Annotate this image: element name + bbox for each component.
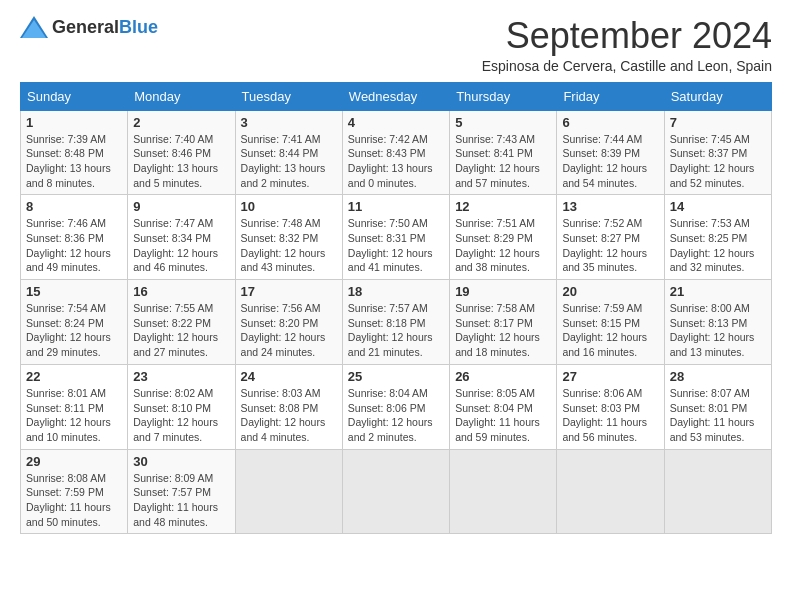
day-cell: 6 Sunrise: 7:44 AM Sunset: 8:39 PM Dayli… bbox=[557, 110, 664, 195]
header-friday: Friday bbox=[557, 82, 664, 110]
header-sunday: Sunday bbox=[21, 82, 128, 110]
page-header: GeneralBlue September 2024 Espinosa de C… bbox=[20, 16, 772, 74]
day-number: 17 bbox=[241, 284, 337, 299]
day-cell: 24 Sunrise: 8:03 AM Sunset: 8:08 PM Dayl… bbox=[235, 364, 342, 449]
day-number: 25 bbox=[348, 369, 444, 384]
day-cell: 29 Sunrise: 8:08 AM Sunset: 7:59 PM Dayl… bbox=[21, 449, 128, 534]
day-cell: 11 Sunrise: 7:50 AM Sunset: 8:31 PM Dayl… bbox=[342, 195, 449, 280]
day-info: Sunrise: 8:03 AM Sunset: 8:08 PM Dayligh… bbox=[241, 386, 337, 445]
day-info: Sunrise: 7:52 AM Sunset: 8:27 PM Dayligh… bbox=[562, 216, 658, 275]
day-info: Sunrise: 7:47 AM Sunset: 8:34 PM Dayligh… bbox=[133, 216, 229, 275]
day-cell: 12 Sunrise: 7:51 AM Sunset: 8:29 PM Dayl… bbox=[450, 195, 557, 280]
day-number: 2 bbox=[133, 115, 229, 130]
day-cell bbox=[557, 449, 664, 534]
header-monday: Monday bbox=[128, 82, 235, 110]
day-number: 3 bbox=[241, 115, 337, 130]
day-info: Sunrise: 8:01 AM Sunset: 8:11 PM Dayligh… bbox=[26, 386, 122, 445]
day-number: 21 bbox=[670, 284, 766, 299]
header-row: SundayMondayTuesdayWednesdayThursdayFrid… bbox=[21, 82, 772, 110]
day-info: Sunrise: 7:43 AM Sunset: 8:41 PM Dayligh… bbox=[455, 132, 551, 191]
header-tuesday: Tuesday bbox=[235, 82, 342, 110]
day-info: Sunrise: 7:39 AM Sunset: 8:48 PM Dayligh… bbox=[26, 132, 122, 191]
day-cell: 17 Sunrise: 7:56 AM Sunset: 8:20 PM Dayl… bbox=[235, 280, 342, 365]
day-number: 10 bbox=[241, 199, 337, 214]
day-number: 15 bbox=[26, 284, 122, 299]
day-number: 26 bbox=[455, 369, 551, 384]
day-info: Sunrise: 8:09 AM Sunset: 7:57 PM Dayligh… bbox=[133, 471, 229, 530]
day-cell: 4 Sunrise: 7:42 AM Sunset: 8:43 PM Dayli… bbox=[342, 110, 449, 195]
day-number: 14 bbox=[670, 199, 766, 214]
day-info: Sunrise: 7:57 AM Sunset: 8:18 PM Dayligh… bbox=[348, 301, 444, 360]
day-cell: 14 Sunrise: 7:53 AM Sunset: 8:25 PM Dayl… bbox=[664, 195, 771, 280]
day-cell bbox=[342, 449, 449, 534]
day-cell: 25 Sunrise: 8:04 AM Sunset: 8:06 PM Dayl… bbox=[342, 364, 449, 449]
day-number: 4 bbox=[348, 115, 444, 130]
day-number: 1 bbox=[26, 115, 122, 130]
day-info: Sunrise: 8:04 AM Sunset: 8:06 PM Dayligh… bbox=[348, 386, 444, 445]
header-thursday: Thursday bbox=[450, 82, 557, 110]
day-number: 20 bbox=[562, 284, 658, 299]
day-number: 27 bbox=[562, 369, 658, 384]
day-cell: 8 Sunrise: 7:46 AM Sunset: 8:36 PM Dayli… bbox=[21, 195, 128, 280]
day-info: Sunrise: 7:45 AM Sunset: 8:37 PM Dayligh… bbox=[670, 132, 766, 191]
day-cell: 19 Sunrise: 7:58 AM Sunset: 8:17 PM Dayl… bbox=[450, 280, 557, 365]
logo-icon bbox=[20, 16, 48, 38]
day-info: Sunrise: 7:55 AM Sunset: 8:22 PM Dayligh… bbox=[133, 301, 229, 360]
day-number: 29 bbox=[26, 454, 122, 469]
day-number: 9 bbox=[133, 199, 229, 214]
day-cell: 28 Sunrise: 8:07 AM Sunset: 8:01 PM Dayl… bbox=[664, 364, 771, 449]
day-number: 22 bbox=[26, 369, 122, 384]
day-info: Sunrise: 8:02 AM Sunset: 8:10 PM Dayligh… bbox=[133, 386, 229, 445]
day-info: Sunrise: 7:58 AM Sunset: 8:17 PM Dayligh… bbox=[455, 301, 551, 360]
day-cell: 18 Sunrise: 7:57 AM Sunset: 8:18 PM Dayl… bbox=[342, 280, 449, 365]
day-info: Sunrise: 7:46 AM Sunset: 8:36 PM Dayligh… bbox=[26, 216, 122, 275]
title-block: September 2024 Espinosa de Cervera, Cast… bbox=[482, 16, 772, 74]
day-info: Sunrise: 7:40 AM Sunset: 8:46 PM Dayligh… bbox=[133, 132, 229, 191]
day-cell: 26 Sunrise: 8:05 AM Sunset: 8:04 PM Dayl… bbox=[450, 364, 557, 449]
week-row-2: 8 Sunrise: 7:46 AM Sunset: 8:36 PM Dayli… bbox=[21, 195, 772, 280]
day-cell bbox=[664, 449, 771, 534]
week-row-4: 22 Sunrise: 8:01 AM Sunset: 8:11 PM Dayl… bbox=[21, 364, 772, 449]
day-info: Sunrise: 7:42 AM Sunset: 8:43 PM Dayligh… bbox=[348, 132, 444, 191]
day-info: Sunrise: 8:05 AM Sunset: 8:04 PM Dayligh… bbox=[455, 386, 551, 445]
day-info: Sunrise: 8:08 AM Sunset: 7:59 PM Dayligh… bbox=[26, 471, 122, 530]
day-cell: 16 Sunrise: 7:55 AM Sunset: 8:22 PM Dayl… bbox=[128, 280, 235, 365]
day-info: Sunrise: 7:54 AM Sunset: 8:24 PM Dayligh… bbox=[26, 301, 122, 360]
day-cell: 21 Sunrise: 8:00 AM Sunset: 8:13 PM Dayl… bbox=[664, 280, 771, 365]
logo-blue: Blue bbox=[119, 17, 158, 37]
day-number: 8 bbox=[26, 199, 122, 214]
location-title: Espinosa de Cervera, Castille and Leon, … bbox=[482, 58, 772, 74]
day-number: 30 bbox=[133, 454, 229, 469]
day-number: 19 bbox=[455, 284, 551, 299]
day-info: Sunrise: 7:51 AM Sunset: 8:29 PM Dayligh… bbox=[455, 216, 551, 275]
day-cell: 22 Sunrise: 8:01 AM Sunset: 8:11 PM Dayl… bbox=[21, 364, 128, 449]
day-cell: 27 Sunrise: 8:06 AM Sunset: 8:03 PM Dayl… bbox=[557, 364, 664, 449]
day-cell: 3 Sunrise: 7:41 AM Sunset: 8:44 PM Dayli… bbox=[235, 110, 342, 195]
day-number: 16 bbox=[133, 284, 229, 299]
day-number: 12 bbox=[455, 199, 551, 214]
header-saturday: Saturday bbox=[664, 82, 771, 110]
day-info: Sunrise: 7:59 AM Sunset: 8:15 PM Dayligh… bbox=[562, 301, 658, 360]
day-cell: 7 Sunrise: 7:45 AM Sunset: 8:37 PM Dayli… bbox=[664, 110, 771, 195]
day-cell: 9 Sunrise: 7:47 AM Sunset: 8:34 PM Dayli… bbox=[128, 195, 235, 280]
day-info: Sunrise: 7:56 AM Sunset: 8:20 PM Dayligh… bbox=[241, 301, 337, 360]
day-cell: 30 Sunrise: 8:09 AM Sunset: 7:57 PM Dayl… bbox=[128, 449, 235, 534]
calendar-table: SundayMondayTuesdayWednesdayThursdayFrid… bbox=[20, 82, 772, 535]
day-number: 23 bbox=[133, 369, 229, 384]
logo: GeneralBlue bbox=[20, 16, 158, 38]
day-cell: 13 Sunrise: 7:52 AM Sunset: 8:27 PM Dayl… bbox=[557, 195, 664, 280]
day-cell bbox=[235, 449, 342, 534]
day-number: 11 bbox=[348, 199, 444, 214]
day-info: Sunrise: 7:50 AM Sunset: 8:31 PM Dayligh… bbox=[348, 216, 444, 275]
day-info: Sunrise: 7:41 AM Sunset: 8:44 PM Dayligh… bbox=[241, 132, 337, 191]
day-info: Sunrise: 7:48 AM Sunset: 8:32 PM Dayligh… bbox=[241, 216, 337, 275]
day-cell: 2 Sunrise: 7:40 AM Sunset: 8:46 PM Dayli… bbox=[128, 110, 235, 195]
day-cell: 20 Sunrise: 7:59 AM Sunset: 8:15 PM Dayl… bbox=[557, 280, 664, 365]
day-info: Sunrise: 8:07 AM Sunset: 8:01 PM Dayligh… bbox=[670, 386, 766, 445]
day-cell: 15 Sunrise: 7:54 AM Sunset: 8:24 PM Dayl… bbox=[21, 280, 128, 365]
month-title: September 2024 bbox=[482, 16, 772, 56]
day-cell bbox=[450, 449, 557, 534]
day-number: 28 bbox=[670, 369, 766, 384]
day-info: Sunrise: 7:53 AM Sunset: 8:25 PM Dayligh… bbox=[670, 216, 766, 275]
week-row-5: 29 Sunrise: 8:08 AM Sunset: 7:59 PM Dayl… bbox=[21, 449, 772, 534]
